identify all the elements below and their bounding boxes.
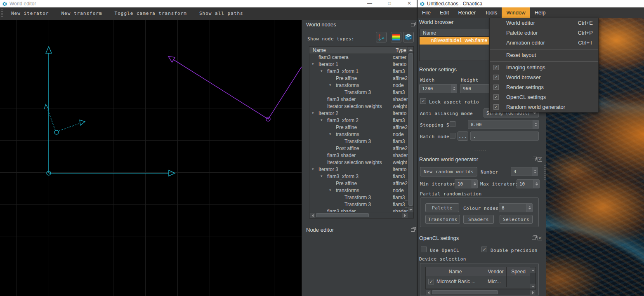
tree-row[interactable]: Pre affineaffine2 [309, 124, 408, 131]
tree-row[interactable]: Transform 3flam3_ [309, 89, 408, 96]
toolbar-button-show-all-paths[interactable]: Show all paths [193, 7, 250, 20]
scroll-right-button[interactable] [402, 213, 408, 218]
menu-edit[interactable]: Edit [435, 7, 453, 18]
scroll-down-button[interactable] [530, 284, 535, 289]
stopping-sl-checkbox[interactable]: ✓ [450, 121, 455, 127]
device-vertical-scrollbar[interactable] [530, 267, 535, 289]
shaders-button[interactable]: Shaders [463, 215, 494, 224]
spinner-arrows[interactable] [533, 120, 538, 129]
expander-icon[interactable]: ▾ [312, 167, 314, 171]
minimize-button[interactable]: — [363, 0, 376, 7]
colour-nodes-input[interactable]: 8 [499, 203, 533, 212]
menu-item-world-browser[interactable]: ✓World browser [490, 73, 598, 82]
batch-browse-button[interactable]: ... [458, 132, 468, 141]
menu-render[interactable]: Render [453, 7, 480, 18]
device-col-name[interactable]: Name [426, 267, 485, 276]
device-speed-cell[interactable] [507, 276, 531, 287]
tree-row[interactable]: ▾Iterator 3iterato [309, 166, 408, 173]
maximize-button[interactable]: □ [383, 0, 396, 7]
scroll-left-button[interactable] [426, 290, 431, 295]
toolbar-grip[interactable] [1, 9, 3, 18]
menu-item-opencl-settings[interactable]: ✓OpenCL settings [490, 92, 598, 102]
device-table[interactable]: NameVendorSpeed ✓ Microsoft Basic ... Mi… [425, 267, 536, 289]
selectors-button[interactable]: Selectors [500, 215, 533, 224]
spinner-arrows[interactable] [451, 85, 457, 93]
lock-aspect-checkbox[interactable]: ✓ [420, 98, 426, 104]
filter-transforms-button[interactable] [376, 32, 387, 42]
filter-shaders-button[interactable] [391, 32, 401, 42]
menu-item-imaging-settings[interactable]: ✓Imaging settings [490, 63, 598, 73]
device-name-cell[interactable]: Microsoft Basic ... [426, 276, 485, 287]
scroll-right-button[interactable] [530, 290, 535, 295]
tree-row[interactable]: ▾transformsnode [309, 82, 408, 89]
rwg-float-icon[interactable] [532, 158, 535, 161]
toolbar-button-toggle-camera-transform[interactable]: Toggle camera transform [109, 7, 193, 20]
stopping-sl-input[interactable]: 8.00 [468, 120, 539, 129]
menu-item-animation-editor[interactable]: Animation editorCtrl+T [490, 38, 598, 48]
filter-selectors-button[interactable] [403, 32, 414, 42]
tree-row[interactable]: ▾transformsnode [309, 131, 408, 138]
tree-row[interactable]: Transform 3flam3_ [309, 194, 408, 201]
batch-path-field[interactable]: . [470, 132, 539, 141]
dock-splitter[interactable] [545, 165, 545, 181]
spinner-arrows[interactable] [533, 180, 539, 188]
world-nodes-float-icon[interactable] [411, 23, 415, 26]
double-precision-checkbox[interactable]: ✓ [481, 247, 487, 252]
device-vendor-cell[interactable]: Micr... [485, 276, 507, 287]
scroll-thumb[interactable] [408, 53, 413, 206]
menu-help[interactable]: Help [530, 7, 550, 18]
tree-row[interactable]: Transform 3flam3_ [309, 138, 408, 145]
tree-row[interactable]: Post affineaffine2 [309, 145, 408, 152]
toolbar-button-new-transform[interactable]: New transform [55, 7, 108, 20]
tree-row[interactable]: flam3 cameracamer [309, 54, 408, 61]
scroll-left-button[interactable] [310, 213, 315, 218]
tree-horizontal-scrollbar[interactable] [309, 212, 408, 218]
tree-row[interactable]: flam3 shadershader [309, 152, 408, 159]
scroll-down-button[interactable] [408, 207, 413, 212]
panel-splitter[interactable]: ······ [418, 148, 544, 152]
menu-item-world-editor[interactable]: World editorCtrl+E [490, 18, 598, 28]
tree-row[interactable]: ▾Iterator 2iterato [309, 110, 408, 117]
number-input[interactable]: 4 [511, 167, 538, 176]
menu-tools[interactable]: Tools [480, 7, 502, 18]
tree-vertical-scrollbar[interactable] [408, 47, 413, 213]
scroll-up-button[interactable] [530, 268, 535, 273]
menu-window[interactable]: Window [502, 7, 530, 18]
expander-icon[interactable]: ▾ [312, 62, 314, 66]
menu-item-palette-editor[interactable]: Palette editorCtrl+P [490, 28, 598, 38]
tree-row[interactable]: ▾Iterator 1iterato [309, 61, 408, 68]
close-button[interactable]: ✕ [403, 0, 416, 7]
new-random-worlds-button[interactable]: New random worlds [420, 167, 477, 176]
tree-row[interactable]: Pre affineaffine2 [309, 75, 408, 82]
device-col-speed[interactable]: Speed [507, 267, 531, 276]
scroll-up-button[interactable] [408, 47, 413, 52]
expander-icon[interactable]: ▾ [321, 118, 323, 122]
scroll-thumb[interactable] [316, 213, 369, 217]
world-editor-titlebar[interactable]: World editor — □ ✕ [0, 0, 417, 7]
opencl-close-icon[interactable]: ✕ [538, 236, 542, 240]
expander-icon[interactable]: ▾ [312, 111, 314, 115]
tree-row[interactable]: ▾transformsnode [309, 187, 408, 194]
chaotica-titlebar[interactable]: Untitled.chaos - Chaotica [418, 0, 644, 7]
transforms-button[interactable]: Transforms [425, 215, 460, 224]
spinner-arrows[interactable] [526, 204, 532, 212]
toolbar-button-new-iterator[interactable]: New iterator [5, 7, 55, 20]
expander-icon[interactable]: ▾ [321, 69, 323, 73]
panel-splitter[interactable]: ······ [302, 222, 417, 226]
expander-icon[interactable]: ▾ [321, 174, 323, 178]
menu-file[interactable]: File [418, 7, 435, 18]
expander-icon[interactable]: ▾ [329, 188, 331, 192]
world-editor-canvas[interactable] [0, 20, 302, 296]
opencl-float-icon[interactable] [532, 237, 535, 240]
menu-item-render-settings[interactable]: ✓Render settings [490, 82, 598, 92]
min-iterators-input[interactable]: 10 [455, 179, 478, 188]
spinner-arrows[interactable] [532, 167, 538, 176]
menu-item-reset-layout[interactable]: Reset layout [490, 50, 598, 60]
device-col-vendor[interactable]: Vendor [485, 267, 507, 276]
tree-row[interactable]: Iterator selection weightsweight [309, 159, 408, 166]
tree-row[interactable]: flam3 shadershader [309, 96, 408, 103]
tree-row[interactable]: Iterator selection weightsweight [309, 103, 408, 110]
node-editor-float-icon[interactable] [411, 228, 415, 232]
batch-mode-checkbox[interactable]: ✓ [450, 133, 455, 139]
tree-row[interactable]: ▾flam3_xform 1flam3_ [309, 68, 408, 75]
